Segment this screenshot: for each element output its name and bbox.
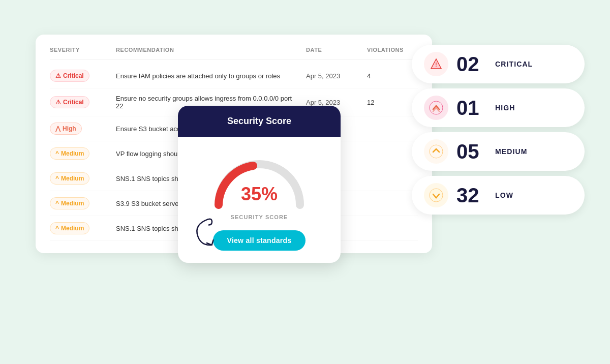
severity-cell: ⋀ High [50, 123, 116, 135]
high-icon-circle [424, 96, 448, 120]
medium-icon-circle [424, 139, 448, 164]
medium-score-card: 05 MEDIUM [412, 132, 585, 171]
critical-label: CRITICAL [495, 60, 533, 68]
main-scene: SEVERITY RECOMMENDATION DATE VIOLATIONS … [25, 24, 585, 340]
score-card-header: Security Score [178, 106, 341, 137]
medium-label: MEDIUM [495, 147, 528, 156]
high-badge: ⋀ High [50, 123, 82, 135]
svg-text:!: ! [435, 62, 437, 68]
date-cell: Apr 5, 2023 [306, 99, 367, 106]
low-label: LOW [495, 191, 513, 199]
medium-count: 05 [456, 141, 487, 162]
high-score-card: 01 HIGH [412, 88, 585, 127]
violations-cell: 4 [367, 72, 418, 80]
high-label: HIGH [495, 104, 515, 112]
svg-point-2 [430, 145, 443, 158]
medium-chevron-icon [429, 144, 443, 159]
recommendation-cell: Ensure IAM policies are attached only to… [116, 72, 306, 80]
severity-cell: ^ Medium [50, 172, 116, 185]
low-chevron-icon [429, 188, 443, 202]
medium-badge: ^ Medium [50, 197, 89, 209]
table-row: ⚠ Critical Ensure IAM policies are attac… [50, 64, 418, 88]
high-chevron-icon [429, 101, 443, 115]
warning-icon: ⚠ [55, 72, 61, 79]
low-count: 32 [456, 185, 487, 205]
chevron-icon: ^ [55, 200, 59, 207]
col-date: DATE [306, 47, 367, 53]
critical-count: 02 [456, 54, 487, 74]
score-sublabel: SECURITY SCORE [231, 214, 288, 220]
medium-badge: ^ Medium [50, 172, 89, 185]
critical-alert-icon: ! [430, 58, 442, 70]
chevron-up-icon: ⋀ [55, 125, 60, 132]
col-recommendation: RECOMMENDATION [116, 47, 306, 53]
col-violations: VIOLATIONS [367, 47, 418, 53]
severity-cell: ⚠ Critical [50, 96, 116, 108]
svg-point-3 [430, 189, 443, 202]
score-cards-panel: ! 02 CRITICAL 01 HIGH [412, 45, 585, 215]
violations-cell: 12 [367, 99, 418, 106]
severity-cell: ^ Medium [50, 197, 116, 209]
table-header: SEVERITY RECOMMENDATION DATE VIOLATIONS [50, 47, 418, 59]
chevron-icon: ^ [55, 225, 59, 232]
severity-cell: ⚠ Critical [50, 70, 116, 82]
low-icon-circle [424, 183, 448, 207]
medium-badge: ^ Medium [50, 222, 89, 234]
severity-cell: ^ Medium [50, 222, 116, 234]
low-score-card: 32 LOW [412, 176, 585, 215]
date-cell: Apr 5, 2023 [306, 72, 367, 80]
gauge-percent-value: 35% [241, 184, 278, 205]
critical-badge: ⚠ Critical [50, 70, 89, 82]
critical-score-card: ! 02 CRITICAL [412, 45, 585, 83]
critical-badge: ⚠ Critical [50, 96, 89, 108]
high-count: 01 [456, 98, 487, 118]
severity-cell: ^ Medium [50, 147, 116, 160]
critical-icon-circle: ! [424, 52, 448, 76]
score-card-title: Security Score [190, 116, 328, 127]
col-severity: SEVERITY [50, 47, 116, 53]
warning-icon: ⚠ [55, 99, 61, 106]
chevron-icon: ^ [55, 150, 59, 157]
gauge-chart: 35% [208, 149, 310, 210]
medium-badge: ^ Medium [50, 147, 89, 160]
chevron-icon: ^ [55, 175, 59, 182]
